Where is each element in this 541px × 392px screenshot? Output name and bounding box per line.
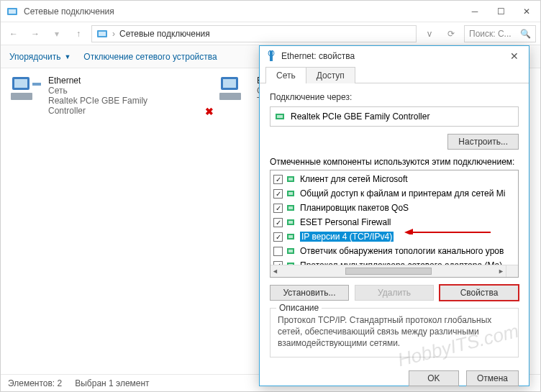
svg-rect-7: [32, 83, 41, 86]
install-button[interactable]: Установить...: [270, 285, 349, 301]
ethernet-adapter-icon: [218, 76, 251, 103]
component-item[interactable]: ✓ESET Personal Firewall: [270, 215, 518, 229]
dropdown-chevron-icon[interactable]: v: [421, 25, 438, 42]
component-icon: [286, 246, 297, 256]
connection-item[interactable]: Ethernet Сеть Realtek PCIe GBE Family Co…: [9, 76, 175, 116]
selection-count: Выбран 1 элемент: [75, 378, 149, 388]
component-label: Клиент для сетей Microsoft: [300, 174, 408, 184]
svg-rect-26: [288, 250, 293, 252]
maximize-button[interactable]: ☐: [496, 6, 506, 17]
disabled-overlay-icon: ✖: [205, 106, 214, 117]
connection-device: Realtek PCIe GBE Family Controller: [48, 96, 175, 116]
component-checkbox[interactable]: ✓: [273, 232, 283, 242]
tab-access[interactable]: Доступ: [306, 67, 355, 83]
component-item[interactable]: ✓Клиент для сетей Microsoft: [270, 172, 518, 186]
chevron-right-icon: ›: [112, 29, 115, 39]
properties-button[interactable]: Свойства: [440, 285, 519, 301]
nic-icon: [275, 111, 286, 122]
connect-via-label: Подключение через:: [270, 92, 519, 102]
dialog-body: Подключение через: Realtek PCIe GBE Fami…: [260, 83, 529, 363]
component-icon: [286, 232, 297, 242]
network-folder-icon: [96, 28, 108, 40]
window-title: Сетевые подключения: [24, 6, 470, 17]
component-label: Планировщик пакетов QoS: [300, 203, 409, 213]
configure-button[interactable]: Настроить...: [447, 134, 519, 150]
dialog-footer: OK Отмена: [260, 363, 529, 392]
component-label: IP версии 4 (TCP/IPv4): [300, 232, 394, 242]
refresh-button[interactable]: ⟳: [442, 25, 460, 42]
connection-status: Сеть: [48, 86, 175, 96]
svg-rect-5: [14, 79, 27, 88]
scroll-thumb[interactable]: [345, 268, 432, 275]
component-item[interactable]: Ответчик обнаружения топологии канальног…: [270, 244, 518, 258]
svg-rect-18: [288, 192, 293, 195]
components-list[interactable]: ✓Клиент для сетей Microsoft✓Общий доступ…: [270, 170, 519, 278]
component-icon: [286, 188, 297, 199]
component-buttons: Установить... Удалить Свойства: [270, 285, 519, 301]
disable-device-button[interactable]: Отключение сетевого устройства: [83, 52, 217, 62]
svg-rect-9: [223, 79, 236, 88]
scroll-right-icon[interactable]: ►: [498, 268, 504, 275]
component-checkbox[interactable]: ✓: [273, 218, 283, 227]
description-text: Протокол TCP/IP. Стандартный протокол гл…: [278, 314, 511, 350]
svg-rect-22: [288, 221, 293, 224]
forward-button[interactable]: →: [27, 25, 44, 42]
ethernet-properties-dialog: Ethernet: свойства ✕ Сеть Доступ Подключ…: [259, 45, 529, 386]
configure-row: Настроить...: [270, 134, 519, 150]
connection-name: Ethernet: [48, 76, 175, 86]
ok-button[interactable]: OK: [409, 370, 459, 386]
component-checkbox[interactable]: ✓: [273, 175, 283, 184]
svg-rect-20: [288, 206, 293, 209]
address-bar: ← → ▾ ↑ › Сетевые подключения v ⟳ Поиск:…: [1, 22, 540, 45]
scroll-left-icon[interactable]: ◄: [272, 268, 278, 275]
component-item[interactable]: ✓IP версии 4 (TCP/IPv4): [270, 229, 518, 244]
back-button[interactable]: ←: [5, 25, 22, 42]
component-icon: [286, 203, 297, 213]
dialog-tabs: Сеть Доступ: [260, 66, 529, 83]
description-legend: Описание: [276, 303, 322, 313]
component-checkbox[interactable]: [273, 247, 283, 256]
svg-rect-16: [288, 178, 293, 181]
component-label: Ответчик обнаружения топологии канальног…: [300, 246, 504, 256]
component-item[interactable]: ✓Планировщик пакетов QoS: [270, 201, 518, 215]
network-folder-icon: [6, 6, 18, 17]
svg-rect-10: [219, 93, 241, 100]
titlebar: Сетевые подключения ─ ☐ ✕: [1, 1, 540, 22]
scroll-corner: [506, 265, 518, 277]
up-button[interactable]: ↑: [70, 25, 87, 42]
recent-chevron-icon[interactable]: ▾: [48, 25, 65, 42]
breadcrumb-box[interactable]: › Сетевые подключения: [91, 25, 417, 42]
delete-button: Удалить: [355, 285, 434, 301]
adapter-name: Realtek PCIe GBE Family Controller: [291, 111, 429, 122]
cancel-button[interactable]: Отмена: [466, 370, 519, 386]
component-icon: [286, 217, 297, 227]
dialog-close-button[interactable]: ✕: [506, 50, 523, 62]
dialog-title: Ethernet: свойства: [281, 51, 506, 61]
item-count: Элементов: 2: [8, 378, 62, 388]
svg-rect-3: [99, 32, 106, 36]
svg-rect-14: [277, 115, 283, 118]
components-label: Отмеченные компоненты используются этим …: [270, 157, 519, 167]
ethernet-adapter-icon: [9, 76, 42, 103]
svg-rect-1: [9, 9, 16, 14]
search-input[interactable]: Поиск: С... 🔍: [464, 25, 536, 42]
component-icon: [286, 174, 297, 184]
connection-labels: Ethernet Сеть Realtek PCIe GBE Family Co…: [48, 76, 175, 116]
svg-rect-24: [288, 235, 293, 238]
h-scrollbar[interactable]: ◄ ►: [270, 265, 506, 277]
adapter-field[interactable]: Realtek PCIe GBE Family Controller: [270, 106, 519, 127]
adapter-icon: [265, 50, 277, 62]
organize-menu[interactable]: Упорядочить ▼: [9, 52, 71, 62]
breadcrumb[interactable]: Сетевые подключения: [119, 29, 210, 39]
component-checkbox[interactable]: ✓: [273, 189, 283, 199]
component-label: Общий доступ к файлам и принтерам для се…: [300, 188, 505, 199]
description-group: Описание Протокол TCP/IP. Стандартный пр…: [270, 308, 519, 357]
minimize-button[interactable]: ─: [470, 6, 480, 17]
tab-network[interactable]: Сеть: [265, 67, 306, 83]
window-controls: ─ ☐ ✕: [470, 6, 532, 17]
component-checkbox[interactable]: ✓: [273, 204, 283, 213]
dialog-titlebar: Ethernet: свойства ✕: [260, 46, 529, 66]
component-item[interactable]: ✓Общий доступ к файлам и принтерам для с…: [270, 186, 518, 201]
close-button[interactable]: ✕: [522, 6, 532, 17]
chevron-down-icon: ▼: [64, 53, 71, 60]
